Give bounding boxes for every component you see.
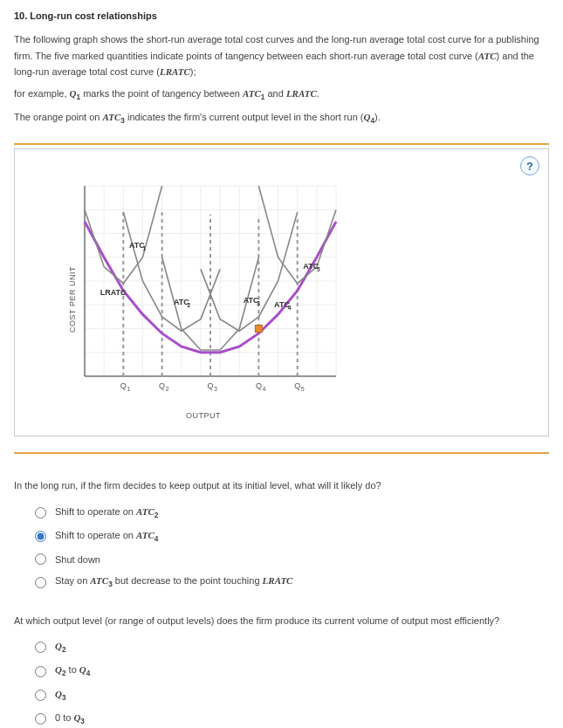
q2-prompt: At which output level (or range of outpu… [14, 614, 549, 629]
t: ). [374, 112, 381, 122]
svg-text:4: 4 [262, 386, 265, 392]
option-row[interactable]: 0 to Q3 [35, 712, 549, 725]
lratc: LRATC [160, 66, 190, 77]
option-label: Q2 [55, 641, 66, 654]
radio-input[interactable] [35, 507, 46, 519]
option-label: 0 to Q3 [55, 712, 85, 725]
svg-rect-51 [255, 326, 262, 333]
option-row[interactable]: Shut down [35, 553, 549, 565]
question-title: 10. Long-run cost relationships [14, 10, 549, 21]
t: . [317, 88, 319, 99]
t: The following graph shows the short-run … [14, 34, 539, 61]
a: ATC [103, 112, 121, 122]
radio-input[interactable] [35, 642, 46, 653]
option-row[interactable]: Shift to operate on ATC2 [35, 506, 549, 519]
radio-input[interactable] [35, 531, 46, 542]
cost-curves-chart[interactable]: Q1Q2Q3Q4Q5ATC1ATC2ATC3ATC4ATC5LRATC [64, 179, 343, 406]
radio-input[interactable] [35, 713, 46, 725]
svg-text:LRATC: LRATC [100, 289, 127, 298]
help-button[interactable]: ? [520, 156, 539, 175]
svg-text:2: 2 [188, 303, 191, 309]
svg-text:5: 5 [317, 267, 320, 273]
option-label: Q3 [55, 689, 66, 702]
option-label: Shift to operate on ATC2 [55, 506, 158, 519]
svg-text:1: 1 [127, 386, 130, 392]
atc: ATC [478, 51, 497, 61]
option-row[interactable]: Shift to operate on ATC4 [35, 530, 549, 543]
svg-text:3: 3 [257, 300, 260, 306]
option-label: Shut down [55, 554, 100, 565]
svg-text:3: 3 [214, 386, 217, 392]
intro-text: The following graph shows the short-run … [14, 31, 549, 127]
q2-options: Q2Q2 to Q4Q30 to Q3Q4 [35, 641, 549, 728]
q1-prompt: In the long run, if the firm decides to … [14, 478, 549, 494]
t: ); [190, 66, 196, 77]
x-axis-label: OUTPUT [64, 411, 343, 420]
q1-options: Shift to operate on ATC2Shift to operate… [35, 506, 549, 589]
radio-input[interactable] [35, 577, 46, 588]
svg-text:Q: Q [207, 381, 213, 390]
option-row[interactable]: Q2 [35, 641, 549, 654]
svg-text:Q: Q [120, 381, 127, 390]
svg-text:2: 2 [166, 386, 169, 392]
svg-text:5: 5 [301, 386, 305, 392]
svg-text:4: 4 [288, 305, 292, 311]
a: ATC [243, 88, 261, 99]
radio-input[interactable] [35, 553, 46, 565]
t: The orange point on [14, 112, 103, 122]
intro-p1: The following graph shows the short-run … [14, 31, 549, 80]
intro-p2: for example, Q1 marks the point of tange… [14, 86, 549, 104]
y-axis-label: COST PER UNIT [68, 267, 77, 333]
option-row[interactable]: Q3 [35, 689, 549, 702]
chart-card: ? COST PER UNIT Q1Q2Q3Q4Q5ATC1ATC2ATC3AT… [14, 148, 549, 436]
option-label: Stay on ATC3 but decrease to the point t… [55, 575, 292, 588]
svg-text:1: 1 [143, 245, 147, 251]
option-label: Q2 to Q4 [55, 664, 90, 677]
t: marks the point of tangency between [80, 88, 243, 99]
option-label: Shift to operate on ATC4 [55, 530, 158, 543]
intro-p3: The orange point on ATC3 indicates the f… [14, 109, 549, 127]
chart-wrap: COST PER UNIT Q1Q2Q3Q4Q5ATC1ATC2ATC3ATC4… [32, 179, 531, 420]
t: indicates the firm's current output leve… [125, 112, 364, 122]
divider-top [14, 143, 549, 145]
option-row[interactable]: Q2 to Q4 [35, 664, 549, 677]
t: for example, [14, 88, 70, 99]
svg-text:Q: Q [159, 381, 165, 390]
radio-input[interactable] [35, 666, 46, 677]
t: and [264, 88, 285, 99]
q: Q [70, 88, 77, 99]
option-row[interactable]: Stay on ATC3 but decrease to the point t… [35, 575, 549, 588]
radio-input[interactable] [35, 690, 46, 701]
svg-text:Q: Q [256, 381, 262, 390]
divider-bottom [14, 452, 549, 454]
svg-text:Q: Q [294, 381, 300, 390]
l: LRATC [286, 88, 317, 99]
